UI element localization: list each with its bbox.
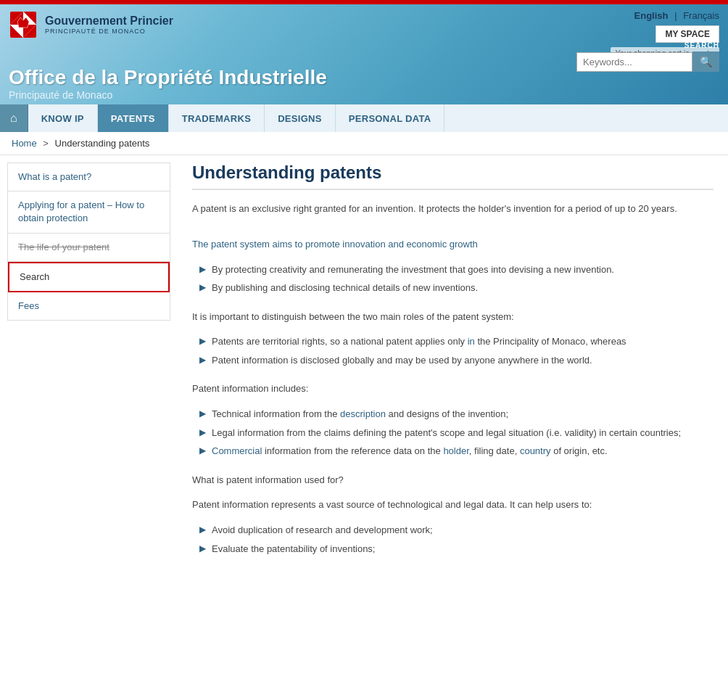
content-title: Understanding patents [192,162,713,190]
bullet-arrow-icon: ▶ [199,336,206,346]
bullet-arrow-icon: ▶ [199,264,206,274]
nav-bar: ⌂ KNOW IP PATENTS TRADEMARKS DESIGNS PER… [0,104,728,132]
principaute-label: PRINCIPAUTÉ DE MONACO [45,28,173,35]
bullet-item: ▶ Patents are territorial rights, so a n… [192,334,713,349]
bullet-text: Legal information from the claims defini… [212,426,681,440]
content-para4: What is patent information used for? [192,473,713,488]
header: Gouvernement Princier PRINCIPAUTÉ DE MON… [0,4,728,104]
content-para5: Patent information represents a vast sou… [192,498,713,513]
content-para3: Patent information includes: [192,382,713,397]
lang-switcher: English | Français [634,10,719,21]
bullet-item: ▶ By protecting creativity and remunerat… [192,263,713,277]
sidebar-link-applying[interactable]: Applying for a patent – How to obtain pr… [8,192,170,232]
bullet-text: Evaluate the patentability of inventions… [212,542,375,556]
sidebar-link-search[interactable]: Search [9,263,168,291]
gouvernement-label: Gouvernement Princier [45,15,173,28]
bullet-text: Avoid duplication of research and develo… [212,523,433,538]
breadcrumb-separator: > [43,138,49,149]
bullet-arrow-icon: ▶ [199,427,206,437]
home-nav-item[interactable]: ⌂ [0,104,28,132]
bullet-arrow-icon: ▶ [199,282,206,292]
logo-icon [9,10,38,39]
sidebar-item-applying[interactable]: Applying for a patent – How to obtain pr… [8,192,170,233]
bullet-arrow-icon: ▶ [199,355,206,365]
lang-separator: | [674,10,677,21]
search-label: SEARCH [684,41,719,49]
breadcrumb-current: Understanding patents [55,138,150,149]
sidebar-link-fees[interactable]: Fees [8,292,170,320]
bullet-item: ▶ Legal information from the claims defi… [192,426,713,440]
bullet-item: ▶ Technical information from the descrip… [192,407,713,421]
bullet-text: Commercial information from the referenc… [212,444,608,458]
sidebar-link-lifepatent[interactable]: The life of your patent [8,234,170,261]
bullet-item: ▶ Evaluate the patentability of inventio… [192,542,713,556]
search-input[interactable] [576,52,692,72]
sidebar-item-search[interactable]: Search [8,262,170,292]
content-para1: A patent is an exclusive right granted f… [192,202,713,217]
bullet-arrow-icon: ▶ [199,543,206,553]
sidebar-link-whatispatent[interactable]: What is a patent? [8,163,170,191]
nav-item-personaldata[interactable]: PERSONAL DATA [336,104,445,132]
search-button[interactable]: 🔍 [692,52,719,72]
content-area: Understanding patents A patent is an exc… [178,162,728,575]
nav-item-trademarks[interactable]: TRADEMARKS [169,104,265,132]
search-box: 🔍 [576,52,719,72]
nav-item-designs[interactable]: DESIGNS [265,104,336,132]
bullet-arrow-icon: ▶ [199,524,206,535]
bullet-text: Patent information is disclosed globally… [212,353,592,368]
sidebar-item-fees[interactable]: Fees [8,292,170,320]
logo-area: Gouvernement Princier PRINCIPAUTÉ DE MON… [9,10,173,39]
bullet-item: ▶ Avoid duplication of research and deve… [192,523,713,538]
bullet-text: By publishing and disclosing technical d… [212,281,478,295]
logo-text: Gouvernement Princier PRINCIPAUTÉ DE MON… [45,15,173,35]
site-subtitle: Principauté de Monaco [9,89,719,101]
sidebar-item-whatispatent[interactable]: What is a patent? [8,163,170,192]
nav-item-patents[interactable]: PATENTS [98,104,169,132]
breadcrumb-home[interactable]: Home [12,138,37,149]
bullet-text: Patents are territorial rights, so a nat… [212,334,626,349]
sidebar-item-lifepatent[interactable]: The life of your patent [8,234,170,262]
breadcrumb: Home > Understanding patents [0,132,728,155]
bullet-text: Technical information from the descripti… [212,407,508,421]
myspace-button[interactable]: MY SPACE [655,25,719,43]
sidebar-menu: What is a patent? Applying for a patent … [7,162,170,321]
header-search-area: SEARCH 🔍 [576,41,719,72]
bullet-text: By protecting creativity and remuneratin… [212,263,614,277]
content-highlight1: The patent system aims to promote innova… [192,237,713,252]
nav-item-knowip[interactable]: KNOW IP [28,104,98,132]
bullet-item: ▶ Commercial information from the refere… [192,444,713,458]
bullet-item: ▶ By publishing and disclosing technical… [192,281,713,295]
bullet-arrow-icon: ▶ [199,445,206,456]
sidebar: What is a patent? Applying for a patent … [0,162,178,575]
bullet-arrow-icon: ▶ [199,408,206,419]
main-layout: What is a patent? Applying for a patent … [0,155,728,582]
content-para2: It is important to distinguish between t… [192,310,713,325]
french-lang[interactable]: Français [683,10,719,21]
english-lang[interactable]: English [634,10,669,21]
bullet-item: ▶ Patent information is disclosed global… [192,353,713,368]
